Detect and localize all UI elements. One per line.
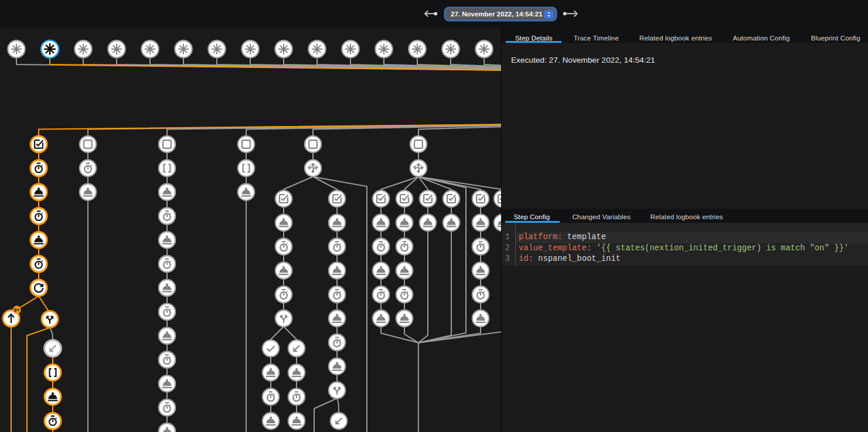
- svg-text:9+: 9+: [13, 307, 19, 313]
